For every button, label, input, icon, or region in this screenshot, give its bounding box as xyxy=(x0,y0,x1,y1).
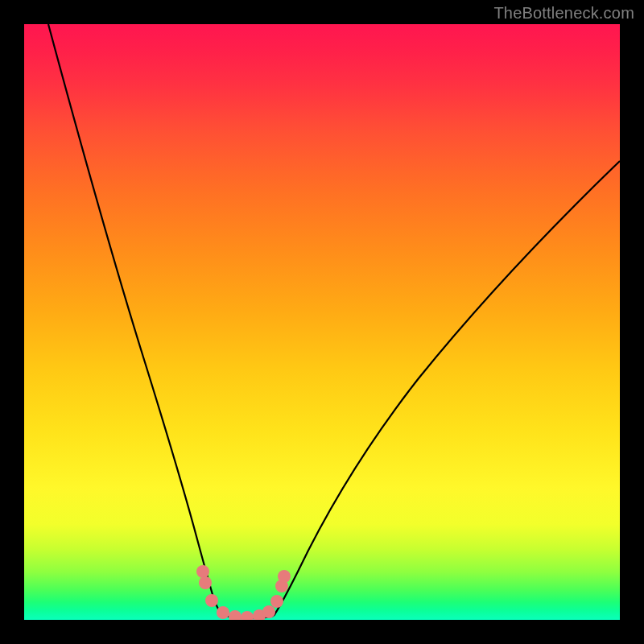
marker-dot xyxy=(217,606,229,619)
chart-frame: TheBottleneck.com xyxy=(0,0,644,644)
plot-area xyxy=(24,24,620,620)
curve-right-branch xyxy=(274,161,620,616)
marker-dot xyxy=(278,570,291,583)
curve-overlay xyxy=(24,24,620,620)
marker-dot xyxy=(199,576,212,589)
marker-dot xyxy=(229,610,242,620)
watermark-text: TheBottleneck.com xyxy=(493,4,634,23)
marker-dot xyxy=(270,595,283,608)
marker-dot xyxy=(196,565,209,578)
curve-left-branch xyxy=(48,24,224,616)
marker-dot xyxy=(205,594,218,607)
marker-dot xyxy=(241,611,254,620)
marker-dot xyxy=(262,605,275,618)
